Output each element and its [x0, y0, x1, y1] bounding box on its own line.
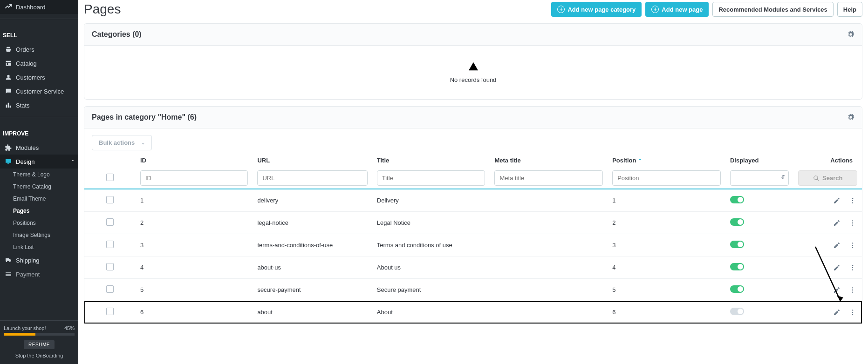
search-label: Search — [822, 175, 842, 182]
row-checkbox[interactable] — [106, 285, 114, 293]
gear-icon[interactable] — [847, 114, 854, 121]
edit-icon[interactable] — [832, 241, 841, 249]
col-header-displayed[interactable]: Displayed — [725, 153, 794, 168]
more-vert-icon[interactable] — [848, 241, 857, 249]
cell-meta — [490, 212, 608, 234]
warning-icon — [92, 61, 854, 74]
cell-title: Delivery — [372, 189, 490, 212]
submenu-pages[interactable]: Pages — [13, 205, 78, 217]
row-checkbox[interactable] — [106, 308, 114, 315]
sidebar-item-label: Customers — [16, 74, 45, 81]
cell-title: About us — [372, 256, 490, 279]
cell-displayed — [725, 301, 794, 324]
displayed-toggle[interactable] — [730, 285, 744, 293]
displayed-toggle[interactable] — [730, 196, 744, 203]
displayed-toggle[interactable] — [730, 241, 744, 248]
empty-text: No records found — [450, 76, 497, 83]
user-icon — [4, 74, 13, 81]
submenu-email-theme[interactable]: Email Theme — [13, 193, 78, 205]
sidebar-item-design[interactable]: Design ⌃ — [0, 155, 78, 169]
submenu-theme-logo[interactable]: Theme & Logo — [13, 169, 78, 181]
edit-icon[interactable] — [832, 286, 841, 294]
submenu-image-settings[interactable]: Image Settings — [13, 229, 78, 241]
edit-icon[interactable] — [832, 308, 841, 316]
filter-position-input[interactable] — [612, 170, 721, 186]
svg-point-11 — [852, 269, 853, 270]
row-checkbox[interactable] — [106, 241, 114, 248]
header-actions: + Add new page category + Add new page R… — [551, 2, 862, 17]
cell-actions — [793, 256, 862, 279]
edit-icon[interactable] — [832, 219, 841, 227]
panel-title: Categories (0) — [92, 30, 142, 39]
select-all-checkbox[interactable] — [106, 174, 114, 181]
filter-displayed-select[interactable] — [730, 170, 789, 186]
cell-meta — [490, 301, 608, 324]
recommended-modules-button[interactable]: Recommended Modules and Services — [712, 2, 833, 17]
credit-card-icon — [4, 270, 13, 278]
col-header-meta[interactable]: Meta title — [490, 153, 608, 168]
row-checkbox[interactable] — [106, 263, 114, 270]
sidebar-item-orders[interactable]: Orders — [0, 42, 78, 56]
more-vert-icon[interactable] — [848, 196, 857, 204]
displayed-toggle[interactable] — [730, 263, 744, 270]
sidebar-item-customer-service[interactable]: Customer Service — [0, 84, 78, 98]
search-button[interactable]: Search — [798, 170, 857, 186]
displayed-toggle[interactable] — [730, 218, 744, 226]
filter-title-input[interactable] — [377, 170, 485, 186]
sidebar-item-stats[interactable]: Stats — [0, 98, 78, 112]
sidebar-item-label: Dashboard — [16, 4, 46, 11]
svg-point-2 — [852, 202, 853, 203]
bulk-actions-dropdown[interactable]: Bulk actions ⌄ — [92, 135, 152, 150]
sidebar-item-customers[interactable]: Customers — [0, 70, 78, 84]
add-page-button[interactable]: + Add new page — [645, 2, 709, 17]
table-row: 6aboutAbout6 — [84, 301, 862, 324]
resume-button[interactable]: RESUME — [24, 340, 55, 349]
table-row: 4about-usAbout us4 — [84, 256, 862, 279]
displayed-toggle[interactable] — [730, 308, 744, 315]
svg-point-12 — [852, 287, 853, 288]
cell-actions — [793, 212, 862, 234]
search-icon — [813, 175, 820, 182]
sidebar-item-catalog[interactable]: Catalog — [0, 56, 78, 70]
sort-asc-icon: ⌃ — [638, 158, 642, 163]
help-button[interactable]: Help — [837, 2, 862, 17]
add-page-category-button[interactable]: + Add new page category — [551, 2, 642, 17]
cell-url: terms-and-conditions-of-use — [253, 234, 372, 256]
cell-url: about-us — [253, 256, 372, 279]
cell-url: secure-payment — [253, 279, 372, 301]
svg-point-8 — [852, 247, 853, 248]
filter-meta-input[interactable] — [494, 170, 603, 186]
col-header-position[interactable]: Position⌃ — [608, 153, 725, 168]
sidebar-item-payment[interactable]: Payment — [0, 267, 78, 281]
more-vert-icon[interactable] — [848, 286, 857, 294]
progress-bar — [4, 333, 75, 336]
sidebar-item-shipping[interactable]: Shipping — [0, 253, 78, 267]
edit-icon[interactable] — [832, 196, 841, 204]
more-vert-icon[interactable] — [848, 219, 857, 227]
sidebar-item-dashboard[interactable]: Dashboard — [0, 0, 78, 14]
chevron-up-icon: ⌃ — [71, 159, 75, 164]
svg-point-5 — [852, 224, 853, 225]
sidebar-item-label: Catalog — [16, 60, 37, 67]
col-header-id[interactable]: ID — [136, 153, 253, 168]
edit-icon[interactable] — [832, 263, 841, 271]
row-checkbox[interactable] — [106, 196, 114, 203]
sidebar-item-modules[interactable]: Modules — [0, 141, 78, 155]
gear-icon[interactable] — [847, 31, 854, 39]
submenu-positions[interactable]: Positions — [13, 217, 78, 229]
col-header-title[interactable]: Title — [372, 153, 490, 168]
cell-id: 3 — [136, 234, 253, 256]
cell-title: Terms and conditions of use — [372, 234, 490, 256]
more-vert-icon[interactable] — [848, 308, 857, 316]
row-checkbox[interactable] — [106, 218, 114, 226]
submenu-theme-catalog[interactable]: Theme Catalog — [13, 181, 78, 193]
more-vert-icon[interactable] — [848, 263, 857, 271]
filter-url-input[interactable] — [257, 170, 367, 186]
divider — [0, 19, 78, 19]
col-header-url[interactable]: URL — [253, 153, 372, 168]
cell-url: delivery — [253, 189, 372, 212]
submenu-link-list[interactable]: Link List — [13, 241, 78, 253]
stop-onboarding-link[interactable]: Stop the OnBoarding — [4, 353, 75, 358]
table-row: 2legal-noticeLegal Notice2 — [84, 212, 862, 234]
filter-id-input[interactable] — [140, 170, 248, 186]
